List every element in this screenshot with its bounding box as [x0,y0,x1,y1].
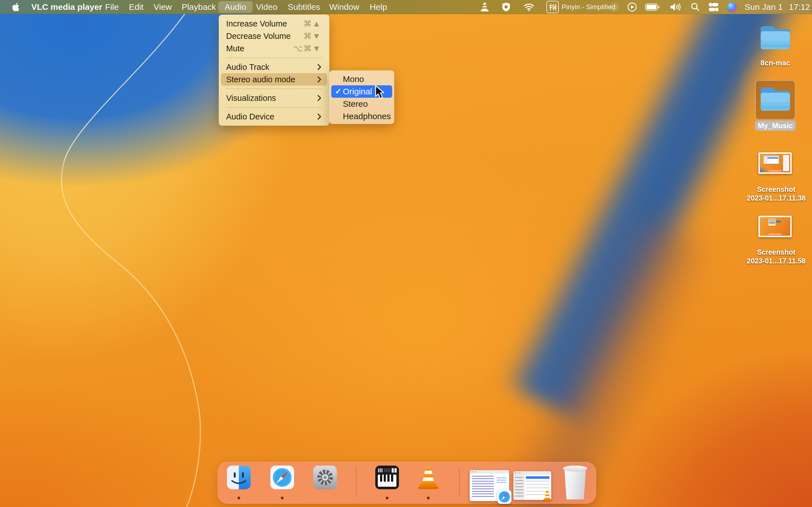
app-menu-title[interactable]: VLC media player [31,0,102,14]
menu-file[interactable]: File [105,0,119,14]
battery-icon [645,3,660,11]
menu-item-label: Visualizations [226,94,276,103]
finder-icon [227,466,251,489]
mouse-cursor [374,85,386,100]
dock-trash[interactable] [562,467,588,499]
desktop-label-8cn-mac[interactable]: 8cn-mac [742,59,809,67]
menu-item-audio-track[interactable]: Audio Track [221,61,327,73]
screenshot-thumbnail [760,217,790,236]
dock-midi-keyboard[interactable] [375,466,399,489]
folder-icon [758,23,792,52]
menu-window[interactable]: Window [329,0,359,14]
dock-minimized-safari-window[interactable] [470,470,509,501]
input-method-label[interactable]: Pinyin - Simplified [562,0,615,14]
screen-mirroring-icon [609,2,619,12]
volume-status-icon[interactable] [670,0,681,14]
clock-time: 17:12 [789,2,810,11]
screen-mirroring-status-icon[interactable] [609,0,619,14]
running-indicator-finder [238,497,240,499]
menu-separator [226,57,322,58]
running-indicator-safari [281,497,284,499]
menu-view[interactable]: View [154,0,172,14]
shield-status-icon[interactable] [502,0,511,14]
desktop-icon-screenshot-1[interactable] [758,152,792,174]
control-center-icon [708,2,719,12]
desktop-label-my-music[interactable]: My_Music [755,121,796,131]
submenu-chevron-icon [317,64,321,70]
menu-item-increase-volume[interactable]: Increase Volume ⌘▲ [221,17,327,30]
menu-bar-clock[interactable]: Sun Jan 117:12 [745,0,810,14]
gear-icon [313,466,337,489]
spotlight-search[interactable] [691,0,700,14]
menu-separator [226,89,322,89]
label-line-1: Screenshot [742,185,810,194]
checkmark-icon: ✓ [335,86,342,98]
battery-status-icon[interactable] [645,0,660,14]
submenu-item-label: Original [343,87,372,96]
submenu-item-mono[interactable]: Mono [331,73,392,86]
now-playing-status-icon[interactable] [627,0,637,14]
piano-keyboard-icon [375,466,399,489]
submenu-chevron-icon [317,76,321,83]
label-line-2: 2023-01...17.11.38 [742,194,810,203]
label-line-1: Screenshot [742,248,810,257]
menu-separator [226,107,322,108]
safari-badge-icon [497,490,511,504]
volume-icon [670,3,681,11]
input-method-badge [546,1,559,13]
menu-edit[interactable]: Edit [129,0,144,14]
apple-menu[interactable] [11,0,20,14]
vlc-cone-status-icon[interactable] [480,0,490,14]
shield-icon [502,2,511,12]
wifi-status-icon[interactable] [523,0,534,14]
screenshot-thumbnail [760,154,790,172]
siri-icon [727,2,737,12]
dock-minimized-vlc-window[interactable] [513,471,551,500]
menu-video[interactable]: Video [256,0,277,14]
vlc-cone-icon [480,2,490,12]
menu-item-label: Audio Track [226,62,269,72]
menu-item-visualizations[interactable]: Visualizations [221,92,327,104]
dock-vlc[interactable] [416,466,440,489]
menu-item-decrease-volume[interactable]: Decrease Volume ⌘▼ [221,30,327,42]
dock-safari[interactable] [270,466,294,489]
desktop-icon-screenshot-2[interactable] [758,216,792,237]
menu-item-stereo-audio-mode[interactable]: Stereo audio mode [221,73,327,86]
desktop-icon-my-music[interactable] [758,85,792,114]
desktop-label-screenshot-1[interactable]: Screenshot 2023-01...17.11.38 [742,185,810,203]
apple-icon [11,3,20,11]
sidebar-lines [515,477,523,497]
page-side-lines [497,477,506,483]
input-method-switcher[interactable] [546,0,559,14]
label-line-2: 2023-01...17.11.58 [742,257,810,265]
menu-item-audio-device[interactable]: Audio Device [221,110,327,123]
safari-icon [270,466,294,489]
menu-item-label: Audio Device [226,112,274,121]
submenu-item-label: Headphones [343,112,391,121]
menu-item-label: Increase Volume [226,19,287,29]
menu-subtitles[interactable]: Subtitles [288,0,320,14]
submenu-chevron-icon [317,113,321,120]
now-playing-icon [627,2,637,12]
menu-audio[interactable]: Audio [225,0,246,14]
dock-system-settings[interactable] [313,466,337,489]
trash-icon [562,467,588,499]
desktop-wallpaper [0,0,812,507]
dock-finder[interactable] [227,466,251,489]
menu-item-mute[interactable]: Mute ⌥⌘▼ [221,42,327,55]
wifi-icon [523,3,534,11]
submenu-item-headphones[interactable]: Headphones [331,110,392,122]
menu-item-label: Decrease Volume [226,32,291,41]
running-indicator-midi-keyboard [386,497,389,499]
selected-row [526,476,550,479]
desktop-icon-8cn-mac[interactable] [758,23,792,53]
running-indicator-vlc [427,497,430,499]
menu-item-shortcut: ⌘▼ [303,31,321,41]
menu-bar: VLC media player File Edit View Playback… [0,0,812,14]
menu-playback[interactable]: Playback [182,0,216,14]
vlc-cone-icon [416,466,440,490]
control-center[interactable] [708,0,719,14]
desktop-label-screenshot-2[interactable]: Screenshot 2023-01...17.11.58 [742,248,810,265]
menu-help[interactable]: Help [370,0,387,14]
siri[interactable] [727,0,737,14]
